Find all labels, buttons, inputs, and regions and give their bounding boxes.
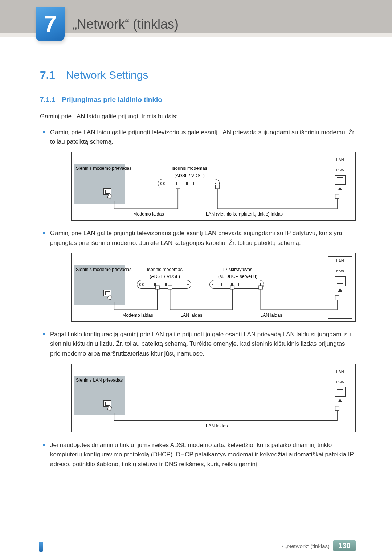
label-rj45: RJ45 <box>336 380 344 385</box>
label-lan: LAN <box>336 258 344 264</box>
rj45-port-icon <box>335 276 346 286</box>
up-arrow-icon <box>338 288 342 292</box>
label-wall-lan-port: Sieninis LAN prievadas <box>76 377 123 384</box>
label-lan-cable: LAN laidas <box>206 423 228 430</box>
label-lan: LAN <box>336 157 344 163</box>
section-heading: 7.1 Network Settings <box>40 69 356 81</box>
footer-chapter-text: 7 „Network“ (tinklas) <box>281 543 330 549</box>
section-title: Network Settings <box>66 69 148 81</box>
device-lan-panel: LAN RJ45 <box>328 155 352 217</box>
list-item: Gaminį prie LAN laidu galite prijungti t… <box>50 128 356 221</box>
subsection-heading: 7.1.1 Prijungimas prie laidinio tinklo <box>40 96 356 104</box>
label-rj45: RJ45 <box>336 269 344 274</box>
diagram-3: Sieninis LAN prievadas LAN RJ45 LAN laid… <box>71 364 356 432</box>
chapter-number-tab: 7 <box>36 7 65 41</box>
diagram-2: Sieninis modemo prievadas Išorinis modem… <box>71 253 356 322</box>
section-number: 7.1 <box>40 69 55 81</box>
device-lan-panel: LAN RJ45 <box>328 256 352 319</box>
page-number: 130 <box>338 542 350 550</box>
bullet-text: Gaminį prie LAN laidu galite prijungti t… <box>50 129 356 145</box>
subsection-title: Prijungimas prie laidinio tinklo <box>62 96 162 104</box>
list-item: Gaminį prie LAN galite prijungti televiz… <box>50 229 356 322</box>
subsection-number: 7.1.1 <box>40 96 55 104</box>
chapter-title: „Network“ (tinklas) <box>73 17 179 32</box>
label-external-modem: Išorinis modemas (ADSL / VDSL) <box>143 266 186 280</box>
modem-device <box>158 179 220 188</box>
label-external-modem: Išorinis modemas (ADSL / VDSL) <box>166 165 213 179</box>
bullet-text: Pagal tinklo konfigūraciją gaminį prie L… <box>50 331 351 357</box>
router-device <box>209 280 264 289</box>
label-wall-modem-port: Sieninis modemo prievadas <box>76 165 132 172</box>
up-arrow-icon <box>338 399 342 402</box>
bullet-text: Gaminį prie LAN galite prijungti televiz… <box>50 230 342 246</box>
label-lan-cable-long: LAN (vietinio kompiuterių tinklo) laidas <box>206 211 283 218</box>
footer-accent-bar <box>39 542 43 552</box>
label-wall-modem-port: Sieninis modemo prievadas <box>76 266 132 273</box>
rj45-port-icon <box>335 387 346 397</box>
page-number-badge: 130 <box>333 540 356 551</box>
bullet-list: Gaminį prie LAN laidu galite prijungti t… <box>40 128 356 469</box>
up-arrow-icon <box>338 187 342 190</box>
label-modem-cable: Modemo laidas <box>122 312 153 319</box>
label-modem-cable: Modemo laidas <box>133 211 164 218</box>
list-item: Jei naudojatės dinaminiu tinklu, jums re… <box>50 440 356 469</box>
page-footer: 7 „Network“ (tinklas) 130 <box>0 538 392 554</box>
rj45-port-icon <box>335 175 346 185</box>
label-lan-cable: LAN laidas <box>180 312 202 319</box>
chapter-number: 7 <box>44 11 57 37</box>
label-ip-splitter: IP skirstytuvas (su DHCP serveriu) <box>212 266 263 280</box>
label-lan: LAN <box>336 369 344 375</box>
intro-paragraph: Gaminį prie LAN laidu galite prijungti t… <box>40 112 356 121</box>
device-lan-panel: LAN RJ45 <box>328 367 352 429</box>
bullet-text: Jei naudojatės dinaminiu tinklu, jums re… <box>50 442 354 468</box>
modem-device <box>137 280 191 289</box>
page-content: 7.1 Network Settings 7.1.1 Prijungimas p… <box>40 69 356 473</box>
label-rj45: RJ45 <box>336 168 344 173</box>
label-lan-cable: LAN laidas <box>260 312 282 319</box>
list-item: Pagal tinklo konfigūraciją gaminį prie L… <box>50 330 356 432</box>
diagram-1: Sieninis modemo prievadas Išorinis modem… <box>71 152 356 221</box>
